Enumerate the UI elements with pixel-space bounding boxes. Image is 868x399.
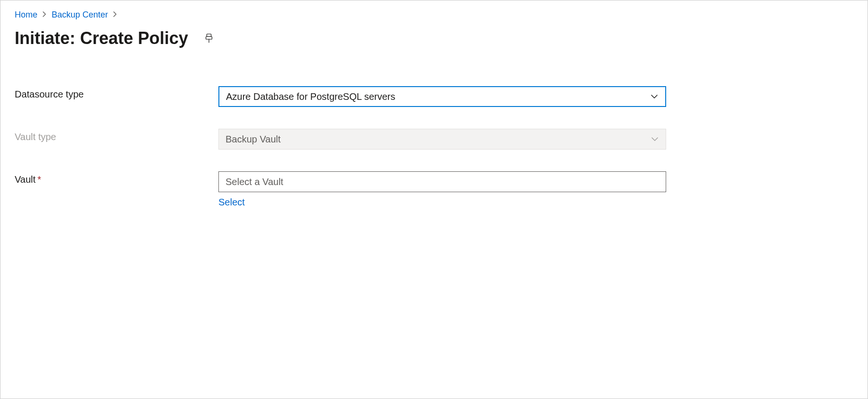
row-vault: Vault* Select a Vault Select (15, 171, 853, 208)
page-title-row: Initiate: Create Policy (15, 28, 853, 48)
breadcrumb-backup-center[interactable]: Backup Center (52, 10, 108, 20)
row-vault-type: Vault type Backup Vault (15, 129, 853, 150)
svg-rect-0 (207, 34, 211, 37)
dropdown-vault-type-value: Backup Vault (226, 134, 280, 145)
chevron-down-icon (651, 135, 659, 143)
svg-rect-1 (206, 36, 212, 39)
label-vault: Vault* (15, 171, 218, 185)
label-datasource-type: Datasource type (15, 86, 218, 100)
label-vault-text: Vault (15, 174, 36, 185)
input-vault[interactable]: Select a Vault (218, 171, 666, 192)
chevron-right-icon (113, 11, 118, 19)
chevron-right-icon (42, 11, 47, 19)
dropdown-datasource-value: Azure Database for PostgreSQL servers (226, 91, 395, 102)
input-vault-placeholder: Select a Vault (226, 177, 283, 187)
page-title: Initiate: Create Policy (15, 28, 188, 48)
chevron-down-icon (650, 92, 659, 101)
chevron-down-icon (651, 177, 659, 186)
dropdown-vault-type: Backup Vault (218, 129, 666, 150)
required-star: * (37, 174, 41, 185)
breadcrumb-home[interactable]: Home (15, 10, 37, 20)
label-vault-type: Vault type (15, 129, 218, 142)
row-datasource-type: Datasource type Azure Database for Postg… (15, 86, 853, 107)
breadcrumb: Home Backup Center (15, 10, 853, 20)
dropdown-datasource-type[interactable]: Azure Database for PostgreSQL servers (218, 86, 666, 107)
pin-icon[interactable] (202, 32, 216, 45)
link-select-vault[interactable]: Select (218, 197, 245, 208)
